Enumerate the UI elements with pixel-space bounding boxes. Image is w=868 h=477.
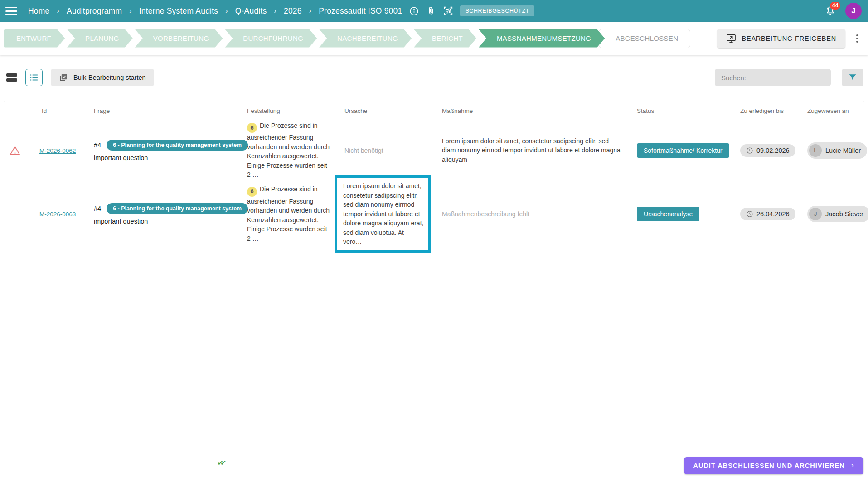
question-text: important question bbox=[94, 218, 238, 225]
question-chapter-badge[interactable]: 6 - Planning for the quality management … bbox=[107, 140, 248, 151]
list-view-toggle-button[interactable] bbox=[25, 69, 43, 86]
card-view-toggle-icon[interactable] bbox=[6, 73, 17, 82]
measure-placeholder: Maßnahmenbeschreibung fehlt bbox=[442, 210, 529, 218]
user-avatar[interactable]: J bbox=[845, 3, 862, 19]
step-abgeschlossen[interactable]: ABGESCHLOSSEN bbox=[599, 29, 690, 48]
step-vorbereitung[interactable]: VORBEREITUNG bbox=[135, 29, 223, 48]
column-header-due: Zu erledigen bis bbox=[740, 107, 807, 114]
stepper-actions: BEARBEITUNG FREIGEBEN bbox=[706, 22, 868, 55]
assignee-chip[interactable]: L Lucie Müller bbox=[807, 142, 867, 159]
notification-count-badge: 44 bbox=[830, 2, 840, 10]
due-date-chip[interactable]: 26.04.2026 bbox=[740, 208, 795, 220]
assignee-avatar: L bbox=[809, 144, 822, 157]
bulk-select-icon bbox=[59, 73, 68, 82]
assignee-name: Lucie Müller bbox=[825, 147, 861, 154]
due-date-chip[interactable]: 09.02.2026 bbox=[740, 144, 795, 157]
assignee-avatar: J bbox=[809, 208, 822, 220]
double-check-icon: ✔✔ bbox=[217, 459, 224, 467]
clock-icon bbox=[746, 147, 753, 154]
warning-icon bbox=[10, 146, 20, 156]
qr-scan-icon[interactable] bbox=[443, 5, 454, 16]
question-number: #4 bbox=[94, 141, 101, 149]
breadcrumb-q-audits[interactable]: Q-Audits bbox=[235, 6, 267, 16]
status-badge[interactable]: Sofortmaßnahme/ Korrektur bbox=[637, 143, 729, 158]
finding-score-badge: 6 bbox=[247, 187, 257, 197]
measures-table: Id Frage Feststellung Ursache Maßnahme S… bbox=[4, 101, 864, 248]
release-editing-button[interactable]: BEARBEITUNG FREIGEBEN bbox=[717, 29, 845, 48]
list-view-icon bbox=[29, 73, 39, 83]
breadcrumb-2026[interactable]: 2026 bbox=[284, 6, 302, 16]
more-options-button[interactable] bbox=[853, 32, 861, 45]
info-icon[interactable] bbox=[408, 5, 419, 16]
question-number: #4 bbox=[94, 205, 101, 212]
breadcrumb-separator: › bbox=[225, 7, 228, 15]
release-editing-label: BEARBEITUNG FREIGEBEN bbox=[742, 35, 836, 42]
table-header-row: Id Frage Feststellung Ursache Maßnahme S… bbox=[4, 101, 864, 121]
close-and-archive-label: AUDIT ABSCHLIESSEN UND ARCHIVIEREN bbox=[693, 462, 844, 469]
step-bericht[interactable]: BERICHT bbox=[414, 29, 476, 48]
breadcrumb-home[interactable]: Home bbox=[28, 6, 49, 16]
table-row: M-2026-0062 #4 6 - Planning for the qual… bbox=[4, 121, 864, 180]
step-nachbereitung[interactable]: NACHBEREITUNG bbox=[319, 29, 412, 48]
measure-text: Lorem ipsum dolor sit amet, consetetur s… bbox=[442, 136, 637, 165]
readonly-badge: SCHREIBGESCHÜTZT bbox=[460, 5, 534, 16]
column-header-ursache: Ursache bbox=[344, 107, 442, 114]
assignee-name: Jacob Siever bbox=[825, 210, 863, 218]
measure-id-link[interactable]: M-2026-0062 bbox=[39, 147, 76, 154]
due-date-value: 26.04.2026 bbox=[756, 210, 790, 218]
question-chapter-badge[interactable]: 6 - Planning for the quality management … bbox=[107, 203, 248, 214]
finding-score-badge: 6 bbox=[247, 123, 257, 133]
breadcrumb: Home › Auditprogramm › Interne System Au… bbox=[28, 6, 402, 16]
step-durchfuehrung[interactable]: DURCHFÜHRUNG bbox=[225, 29, 317, 48]
step-planung[interactable]: PLANUNG bbox=[67, 29, 133, 48]
list-toolbar: Bulk-Bearbeitung starten bbox=[0, 55, 868, 100]
menu-icon[interactable] bbox=[5, 7, 17, 15]
due-date-value: 09.02.2026 bbox=[756, 147, 790, 154]
bulk-edit-label: Bulk-Bearbeitung starten bbox=[73, 74, 146, 81]
cause-cell-highlighted[interactable]: Lorem ipsum dolor sit amet, consetetur s… bbox=[335, 175, 431, 253]
step-massnahmenumsetzung[interactable]: MASSNAHMENUMSETZUNG bbox=[479, 29, 605, 48]
attachment-icon[interactable] bbox=[426, 5, 436, 16]
breadcrumb-current-audit[interactable]: Prozessaudit ISO 9001 bbox=[319, 6, 402, 16]
column-header-status: Status bbox=[637, 107, 740, 114]
chevron-right-icon: › bbox=[851, 460, 854, 470]
finding-text: Die Prozesse sind in ausreichender Fassu… bbox=[247, 185, 330, 242]
step-entwurf[interactable]: ENTWURF bbox=[4, 29, 65, 48]
notifications-button[interactable]: 44 bbox=[824, 5, 837, 17]
filter-funnel-icon bbox=[848, 73, 857, 82]
measure-id-link[interactable]: M-2026-0063 bbox=[39, 211, 76, 218]
clock-icon bbox=[746, 210, 753, 218]
bulk-edit-button[interactable]: Bulk-Bearbeitung starten bbox=[51, 69, 154, 86]
monitor-share-icon bbox=[726, 34, 736, 43]
assignee-chip[interactable]: J Jacob Siever bbox=[807, 206, 868, 222]
column-header-assignee: Zugewiesen an bbox=[807, 107, 864, 114]
cause-placeholder: Nicht benötigt bbox=[344, 147, 383, 154]
column-header-feststellung: Feststellung bbox=[247, 107, 344, 114]
topbar: Home › Auditprogramm › Interne System Au… bbox=[0, 0, 868, 22]
column-header-massnahme: Maßnahme bbox=[442, 107, 637, 114]
filter-button[interactable] bbox=[842, 69, 863, 86]
breadcrumb-separator: › bbox=[274, 7, 276, 15]
search-input[interactable] bbox=[715, 69, 831, 86]
breadcrumb-separator: › bbox=[57, 7, 59, 15]
finding-text: Die Prozesse sind in ausreichender Fassu… bbox=[247, 122, 330, 178]
column-header-frage: Frage bbox=[94, 107, 247, 114]
question-text: important question bbox=[94, 154, 238, 161]
workflow-stepper-bar: ENTWURF PLANUNG VORBEREITUNG DURCHFÜHRUN… bbox=[0, 22, 868, 55]
breadcrumb-auditprogramm[interactable]: Auditprogramm bbox=[67, 6, 122, 16]
breadcrumb-interne-system-audits[interactable]: Interne System Audits bbox=[139, 6, 218, 16]
column-header-id: Id bbox=[26, 107, 94, 114]
breadcrumb-separator: › bbox=[129, 7, 132, 15]
workflow-stepper: ENTWURF PLANUNG VORBEREITUNG DURCHFÜHRUN… bbox=[0, 29, 706, 48]
close-and-archive-audit-button[interactable]: AUDIT ABSCHLIESSEN UND ARCHIVIEREN › bbox=[684, 457, 863, 474]
table-row: M-2026-0063 #4 6 - Planning for the qual… bbox=[4, 180, 864, 248]
breadcrumb-separator: › bbox=[309, 7, 312, 15]
status-badge[interactable]: Ursachenanalyse bbox=[637, 207, 699, 221]
